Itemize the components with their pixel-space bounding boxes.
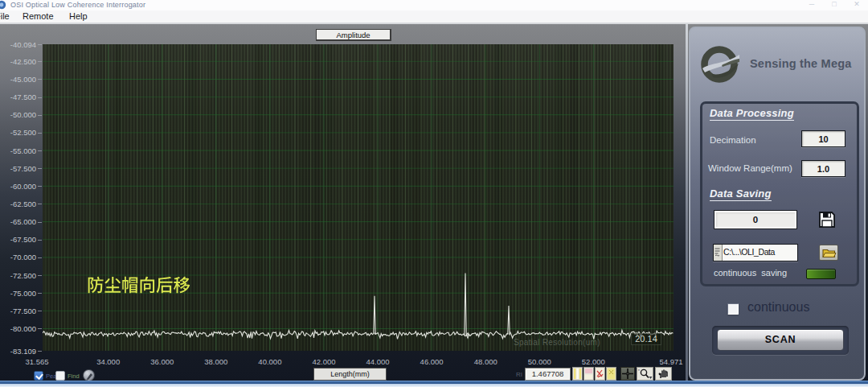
decimation-input[interactable]: 10: [801, 130, 845, 147]
y-tick-label: -80.000: [0, 325, 36, 333]
maximize-icon[interactable]: □: [829, 0, 839, 9]
pan-tool-button[interactable]: [655, 367, 672, 381]
y-tick-mark: [38, 150, 42, 151]
x-tick-label: 42.000: [300, 357, 348, 366]
y-tick-label: -47.500: [0, 93, 36, 101]
y-tick-mark: [38, 186, 42, 187]
spatial-resolution-value: 20.14: [631, 333, 661, 345]
cursor-tool-button[interactable]: [620, 367, 635, 381]
window-range-input[interactable]: 1.0: [801, 160, 845, 177]
y-tick-label: -75.000: [0, 290, 36, 298]
x-tick-label: 50.000: [515, 357, 563, 366]
y-tick-mark: [38, 204, 42, 204]
x-tick-label: 44.000: [354, 357, 402, 366]
pen-tool-icon[interactable]: [83, 369, 95, 381]
menu-file[interactable]: File: [0, 11, 10, 21]
legend-peaka-checkbox[interactable]: [34, 371, 43, 381]
y-tick-label: -67.500: [0, 236, 36, 244]
y-tick-label: -70.000: [0, 253, 36, 261]
refractive-index-value[interactable]: 1.467708: [525, 368, 571, 381]
continuous-saving-label: continuous saving: [714, 268, 787, 278]
y-tick-label: -57.500: [0, 165, 36, 173]
y-tick-label: -42.500: [0, 58, 36, 66]
panel-divider: [686, 24, 688, 381]
x-tick-label: 46.000: [407, 357, 456, 366]
close-icon[interactable]: ✕: [852, 0, 862, 9]
window-range-label: Window Range(mm): [708, 163, 792, 173]
legend-find-label: Find: [68, 373, 80, 380]
y-tick-label: -50.000: [0, 111, 36, 119]
y-tick-mark: [38, 115, 42, 116]
svg-text:*: *: [638, 369, 640, 373]
zoom-tool-button[interactable]: *: [637, 367, 653, 381]
x-tick-label: 38.000: [192, 357, 240, 366]
save-path-text: C:\...\OLI_Data: [723, 247, 775, 257]
y-tick-mark: [38, 351, 42, 352]
x-axis-title: Length(mm): [313, 368, 387, 381]
refractive-index-label: RI: [516, 371, 522, 378]
graph-title: Amplitude: [316, 29, 391, 41]
y-tick-label: -45.000: [0, 76, 36, 84]
y-tick-label: -72.500: [0, 272, 36, 280]
y-tick-mark: [38, 222, 42, 223]
y-tick-mark: [38, 257, 42, 258]
y-tick-label: -55.000: [0, 147, 36, 155]
y-tick-label: -60.000: [0, 183, 36, 191]
y-tick-mark: [38, 61, 42, 62]
autoscale-x-button[interactable]: [595, 367, 605, 381]
y-tick-label: -40.094: [0, 41, 36, 49]
y-tick-mark: [38, 79, 42, 80]
data-saving-heading: Data Saving: [710, 187, 772, 201]
decimation-label: Decimation: [710, 135, 756, 145]
app-icon: [0, 0, 6, 10]
spatial-resolution-label: Spatial Resolution(um): [514, 338, 600, 347]
y-tick-label: -77.500: [0, 307, 36, 315]
x-tick-label: 31.565: [13, 357, 61, 366]
y-tick-label: -62.500: [0, 200, 36, 208]
window-bottom-edge: [0, 384, 868, 387]
y-tick-mark: [38, 97, 42, 98]
y-tick-label: -65.000: [0, 218, 36, 226]
x-tick-label: 52.000: [569, 357, 617, 366]
scan-button-well: SCAN: [712, 326, 849, 355]
browse-folder-button[interactable]: [819, 245, 838, 261]
plot-canvas: [43, 44, 674, 351]
app-window: OSI Optical Low Coherence Interrogator ─…: [0, 0, 868, 387]
control-panel: Sensing the Mega Data Processing Decimat…: [689, 27, 866, 381]
y-tick-mark: [38, 311, 42, 311]
menu-help[interactable]: Help: [69, 11, 88, 21]
scale-format-button[interactable]: [572, 367, 583, 381]
scale-lock-button[interactable]: [583, 367, 594, 381]
x-tick-label: 34.000: [84, 357, 133, 366]
file-index-input[interactable]: 0: [714, 210, 797, 229]
scan-button[interactable]: SCAN: [717, 329, 844, 351]
autoscale-y-button[interactable]: [606, 367, 616, 381]
save-icon[interactable]: [818, 211, 836, 228]
y-tick-mark: [38, 133, 42, 134]
data-processing-heading: Data Processing: [710, 107, 794, 121]
minimize-icon[interactable]: ─: [807, 0, 817, 9]
legend-find-checkbox[interactable]: [55, 371, 65, 381]
brand-logo-icon: [699, 43, 741, 85]
y-tick-mark: [38, 293, 42, 294]
window-title: OSI Optical Low Coherence Interrogator: [10, 1, 145, 9]
continuous-checkbox[interactable]: [727, 303, 739, 315]
amplitude-plot[interactable]: Spatial Resolution(um) 20.14: [43, 44, 674, 351]
y-tick-mark: [38, 168, 42, 169]
x-tick-label: 40.000: [246, 357, 294, 366]
continuous-saving-led: [806, 269, 836, 279]
continuous-checkbox-label: continuous: [747, 300, 809, 315]
x-tick-label: 54.971: [647, 357, 695, 366]
x-tick-label: 36.000: [138, 357, 186, 366]
save-path-input[interactable]: C:\...\OLI_Data: [713, 244, 798, 261]
x-tick-label: 48.000: [461, 357, 510, 366]
menu-remote[interactable]: Remote: [23, 11, 54, 21]
y-tick-mark: [38, 240, 42, 241]
y-tick-label: -83.109: [0, 348, 36, 356]
title-bar: OSI Optical Low Coherence Interrogator ─…: [0, 0, 868, 10]
brand-slogan: Sensing the Mega: [750, 57, 851, 70]
y-tick-mark: [38, 328, 42, 329]
y-tick-mark: [38, 275, 42, 276]
menu-bar: File Remote Help: [0, 10, 868, 24]
y-tick-label: -52.500: [0, 129, 36, 137]
